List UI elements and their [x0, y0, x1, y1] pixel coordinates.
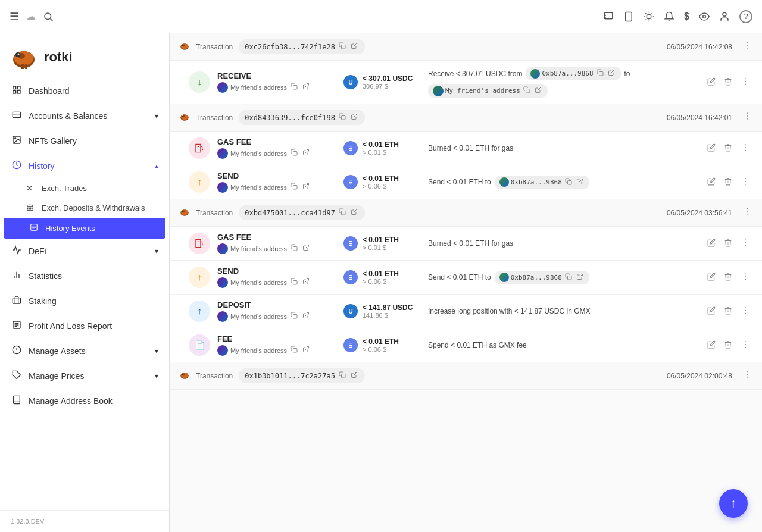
note-copy-button[interactable]	[564, 177, 573, 188]
sidebar-nav: Dashboard Accounts & Balances ▾ NFTs Gal…	[0, 76, 169, 510]
manage-address-book-icon	[11, 395, 23, 407]
event-edit-button[interactable]	[705, 75, 718, 90]
sidebar-item-accounts-balances[interactable]: Accounts & Balances ▾	[0, 104, 169, 129]
event-edit-button[interactable]	[705, 270, 718, 285]
svg-rect-23	[13, 86, 16, 89]
event-amount-wrap: U < 307.01 USDC 306.97 $	[343, 74, 421, 90]
event-delete-button[interactable]	[722, 304, 735, 319]
sidebar-item-exch-deposits[interactable]: 🏛 Exch. Deposits & Withdrawals	[0, 198, 169, 218]
event-more-button[interactable]	[738, 303, 752, 320]
search-icon[interactable]	[43, 11, 54, 22]
event-address-copy-button[interactable]	[289, 311, 299, 322]
sidebar-item-manage-assets[interactable]: Manage Assets ▾	[0, 339, 169, 364]
sidebar-item-exch-trades[interactable]: ✕ Exch. Trades	[0, 179, 169, 198]
event-address-open-button[interactable]	[301, 82, 311, 93]
event-more-button[interactable]	[738, 337, 752, 353]
note-address: 0xb87a...9868	[526, 67, 620, 80]
tablet-icon[interactable]	[623, 11, 634, 22]
open-hash-button[interactable]	[349, 41, 359, 52]
event-address-open-button[interactable]	[301, 243, 311, 254]
note-avatar	[499, 177, 509, 187]
transaction-group: Transaction 0xd8433639...fce0f198 06/05/…	[170, 104, 762, 199]
copy-hash-button[interactable]	[338, 112, 347, 123]
sidebar-item-profit-loss[interactable]: Profit And Loss Report	[0, 314, 169, 339]
event-amount: < 0.01 ETH > 0.06 $	[363, 270, 399, 285]
event-address-copy-button[interactable]	[289, 243, 299, 254]
svg-point-56	[747, 45, 748, 46]
event-amount-wrap: Ξ < 0.01 ETH > 0.06 $	[343, 337, 421, 353]
event-edit-button[interactable]	[705, 236, 718, 251]
event-address-open-button[interactable]	[301, 181, 311, 193]
note-label-avatar	[433, 86, 444, 96]
brightness-icon[interactable]	[644, 11, 654, 22]
event-address-row: My friend's address	[217, 148, 336, 159]
sidebar-item-nfts-gallery[interactable]: NFTs Gallery	[0, 129, 169, 154]
event-more-button[interactable]	[738, 174, 752, 190]
note-open-button[interactable]	[607, 68, 616, 79]
event-delete-button[interactable]	[722, 338, 735, 353]
scroll-to-top-fab[interactable]: ↑	[719, 489, 748, 518]
event-edit-button[interactable]	[705, 304, 718, 319]
event-delete-button[interactable]	[722, 141, 735, 156]
event-address-open-button[interactable]	[301, 148, 311, 159]
event-edit-button[interactable]	[705, 141, 718, 156]
svg-rect-27	[13, 112, 20, 117]
sidebar-item-defi[interactable]: DeFi ▾	[0, 239, 169, 264]
open-hash-button[interactable]	[349, 112, 359, 123]
sidebar-item-staking[interactable]: Staking	[0, 289, 169, 314]
sidebar-item-manage-address-book[interactable]: Manage Address Book	[0, 389, 169, 414]
note-copy-button[interactable]	[595, 68, 605, 79]
copy-hash-button[interactable]	[338, 207, 347, 218]
dollar-icon[interactable]: $	[684, 11, 689, 22]
event-address-copy-button[interactable]	[289, 345, 299, 356]
event-address-copy-button[interactable]	[289, 82, 299, 93]
sidebar-item-history-events[interactable]: History Events	[4, 218, 165, 239]
transaction-hash: 0xc26cfb38...742f1e28	[239, 39, 365, 54]
event-more-button[interactable]	[738, 236, 752, 252]
transaction-more-button[interactable]	[743, 206, 752, 219]
copy-hash-button[interactable]	[338, 41, 347, 52]
transaction-header: Transaction 0x1b3b1011...7c2a27a5 06/05/…	[170, 362, 762, 390]
sidebar-item-statistics[interactable]: Statistics	[0, 264, 169, 289]
event-more-button[interactable]	[738, 270, 752, 286]
svg-point-94	[182, 210, 183, 211]
event-delete-button[interactable]	[722, 175, 735, 190]
event-address-copy-button[interactable]	[289, 277, 299, 288]
person-icon[interactable]	[719, 11, 730, 22]
note-open-button[interactable]	[575, 272, 585, 283]
question-icon[interactable]: ?	[739, 10, 752, 23]
event-delete-button[interactable]	[722, 236, 735, 251]
event-address-open-button[interactable]	[301, 345, 311, 356]
note-open-button[interactable]	[575, 177, 585, 188]
transaction-more-button[interactable]	[743, 111, 752, 124]
eye-icon[interactable]	[699, 11, 710, 22]
event-delete-button[interactable]	[722, 75, 735, 90]
copy-hash-button[interactable]	[338, 370, 347, 381]
event-address-open-button[interactable]	[301, 277, 311, 288]
event-address-copy-button[interactable]	[289, 148, 299, 159]
transaction-more-button[interactable]	[743, 40, 752, 53]
manage-assets-icon	[11, 345, 23, 357]
bell-icon[interactable]	[664, 11, 674, 22]
note-label-copy-button[interactable]	[522, 85, 532, 96]
open-hash-button[interactable]	[349, 370, 359, 381]
event-more-button[interactable]	[738, 140, 752, 157]
sidebar-item-history[interactable]: History ▴	[0, 154, 169, 179]
menu-icon[interactable]: ☰	[10, 10, 19, 23]
event-address-copy-button[interactable]	[289, 181, 299, 193]
event-edit-button[interactable]	[705, 338, 718, 353]
transaction-more-button[interactable]	[743, 370, 752, 382]
event-delete-button[interactable]	[722, 270, 735, 285]
note-label-open-button[interactable]	[533, 85, 543, 96]
sidebar-item-manage-prices[interactable]: Manage Prices ▾	[0, 364, 169, 389]
sidebar-item-dashboard[interactable]: Dashboard	[0, 79, 169, 104]
open-hash-button[interactable]	[349, 207, 359, 218]
svg-point-71	[182, 115, 183, 115]
code-icon[interactable]	[603, 11, 614, 22]
event-more-button[interactable]	[738, 74, 752, 90]
note-copy-button[interactable]	[564, 272, 573, 283]
svg-line-86	[579, 179, 583, 182]
event-edit-button[interactable]	[705, 175, 718, 190]
cloud-off-icon[interactable]: ☁	[26, 11, 36, 22]
event-address-open-button[interactable]	[301, 311, 311, 322]
